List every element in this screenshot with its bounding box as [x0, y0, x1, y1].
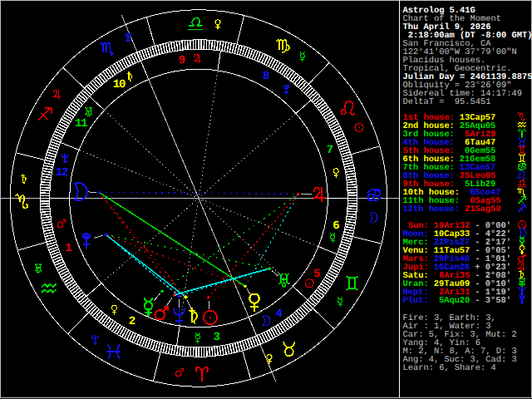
svg-text:Plut:: Plut: [403, 296, 429, 306]
svg-text:5Aqu20: 5Aqu20 [434, 296, 470, 306]
svg-text:6: 6 [332, 219, 339, 233]
svg-text:1: 1 [65, 242, 71, 255]
svg-text:- 3°58': - 3°58' [475, 296, 511, 306]
svg-text:11: 11 [75, 117, 87, 131]
svg-text:21Sag58: 21Sag58 [465, 204, 501, 214]
svg-text:9: 9 [178, 54, 185, 67]
svg-text:7: 7 [327, 144, 333, 157]
svg-text:3: 3 [213, 331, 219, 344]
svg-text:4: 4 [275, 308, 282, 321]
svg-text:2: 2 [129, 315, 135, 328]
svg-text:DeltaT = 95.5451: DeltaT = 95.5451 [403, 97, 491, 107]
svg-text:12th house:: 12th house: [403, 204, 461, 214]
svg-text:12: 12 [56, 166, 68, 180]
svg-text:Learn: 6, Share: 4: Learn: 6, Share: 4 [403, 363, 496, 373]
svg-text:8: 8 [263, 70, 269, 83]
svg-text:10: 10 [113, 78, 126, 91]
svg-text:5: 5 [313, 268, 320, 281]
